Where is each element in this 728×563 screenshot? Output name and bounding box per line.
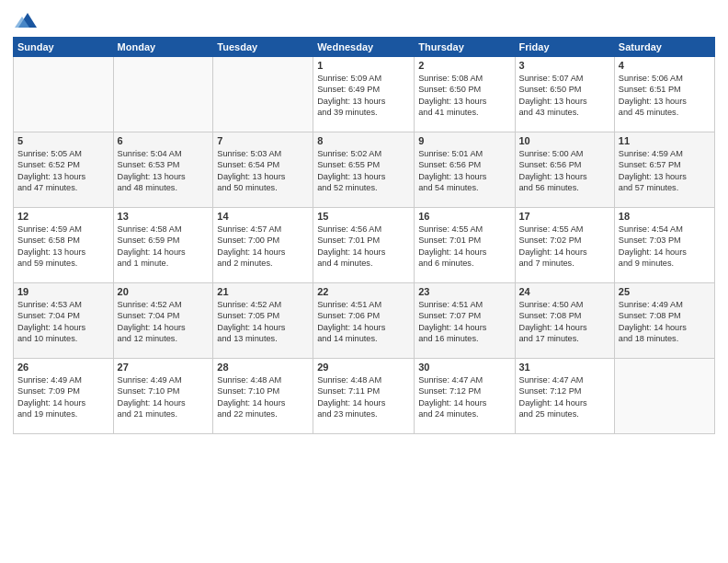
day-info: Sunrise: 4:50 AM Sunset: 7:08 PM Dayligh… [519,299,610,345]
day-number: 28 [217,362,309,373]
day-cell-3: 3Sunrise: 5:07 AM Sunset: 6:50 PM Daylig… [515,57,614,132]
day-number: 23 [418,286,510,297]
day-cell-1: 1Sunrise: 5:09 AM Sunset: 6:49 PM Daylig… [313,57,415,132]
day-number: 18 [619,211,711,222]
day-number: 14 [217,211,309,222]
logo [13,9,37,31]
day-cell-11: 11Sunrise: 4:59 AM Sunset: 6:57 PM Dayli… [614,132,714,208]
day-cell-6: 6Sunrise: 5:04 AM Sunset: 6:53 PM Daylig… [113,132,213,208]
day-cell-8: 8Sunrise: 5:02 AM Sunset: 6:55 PM Daylig… [313,132,415,208]
day-info: Sunrise: 4:52 AM Sunset: 7:04 PM Dayligh… [118,299,210,345]
day-info: Sunrise: 5:06 AM Sunset: 6:51 PM Dayligh… [619,73,711,119]
day-number: 3 [519,60,610,71]
day-cell-19: 19Sunrise: 4:53 AM Sunset: 7:04 PM Dayli… [14,283,114,359]
day-info: Sunrise: 5:05 AM Sunset: 6:52 PM Dayligh… [17,148,109,194]
day-header-friday: Friday [515,38,614,57]
day-number: 1 [317,60,410,71]
day-cell-13: 13Sunrise: 4:58 AM Sunset: 6:59 PM Dayli… [113,208,213,283]
day-info: Sunrise: 4:49 AM Sunset: 7:08 PM Dayligh… [619,299,711,345]
day-cell-28: 28Sunrise: 4:48 AM Sunset: 7:10 PM Dayli… [213,359,313,434]
day-number: 16 [418,211,510,222]
day-cell-15: 15Sunrise: 4:56 AM Sunset: 7:01 PM Dayli… [313,208,415,283]
day-cell-4: 4Sunrise: 5:06 AM Sunset: 6:51 PM Daylig… [614,57,714,132]
day-number: 10 [519,135,610,146]
day-number: 31 [519,362,610,373]
day-cell-30: 30Sunrise: 4:47 AM Sunset: 7:12 PM Dayli… [415,359,515,434]
day-header-monday: Monday [113,38,213,57]
day-number: 12 [17,211,109,222]
day-header-tuesday: Tuesday [213,38,313,57]
logo-icon [15,9,37,31]
day-info: Sunrise: 5:08 AM Sunset: 6:50 PM Dayligh… [418,73,510,119]
day-info: Sunrise: 4:52 AM Sunset: 7:05 PM Dayligh… [217,299,309,345]
week-row-1: 1Sunrise: 5:09 AM Sunset: 6:49 PM Daylig… [14,57,715,132]
page: SundayMondayTuesdayWednesdayThursdayFrid… [0,0,728,563]
day-number: 17 [519,211,610,222]
day-cell-25: 25Sunrise: 4:49 AM Sunset: 7:08 PM Dayli… [614,283,714,359]
day-cell-9: 9Sunrise: 5:01 AM Sunset: 6:56 PM Daylig… [415,132,515,208]
day-cell-31: 31Sunrise: 4:47 AM Sunset: 7:12 PM Dayli… [515,359,614,434]
empty-cell [213,57,313,132]
day-cell-23: 23Sunrise: 4:51 AM Sunset: 7:07 PM Dayli… [415,283,515,359]
day-cell-21: 21Sunrise: 4:52 AM Sunset: 7:05 PM Dayli… [213,283,313,359]
day-info: Sunrise: 4:56 AM Sunset: 7:01 PM Dayligh… [317,224,410,270]
day-cell-7: 7Sunrise: 5:03 AM Sunset: 6:54 PM Daylig… [213,132,313,208]
day-header-sunday: Sunday [14,38,114,57]
day-cell-14: 14Sunrise: 4:57 AM Sunset: 7:00 PM Dayli… [213,208,313,283]
day-number: 6 [118,135,210,146]
day-number: 22 [317,286,410,297]
day-number: 5 [17,135,109,146]
day-info: Sunrise: 4:57 AM Sunset: 7:00 PM Dayligh… [217,224,309,270]
day-number: 19 [17,286,109,297]
week-row-4: 19Sunrise: 4:53 AM Sunset: 7:04 PM Dayli… [14,283,715,359]
day-number: 24 [519,286,610,297]
day-info: Sunrise: 4:51 AM Sunset: 7:06 PM Dayligh… [317,299,410,345]
week-row-2: 5Sunrise: 5:05 AM Sunset: 6:52 PM Daylig… [14,132,715,208]
day-info: Sunrise: 5:02 AM Sunset: 6:55 PM Dayligh… [317,148,410,194]
day-number: 2 [418,60,510,71]
day-number: 7 [217,135,309,146]
day-cell-20: 20Sunrise: 4:52 AM Sunset: 7:04 PM Dayli… [113,283,213,359]
day-number: 27 [118,362,210,373]
day-info: Sunrise: 5:01 AM Sunset: 6:56 PM Dayligh… [418,148,510,194]
day-info: Sunrise: 4:55 AM Sunset: 7:01 PM Dayligh… [418,224,510,270]
day-info: Sunrise: 4:59 AM Sunset: 6:58 PM Dayligh… [17,224,109,270]
day-cell-16: 16Sunrise: 4:55 AM Sunset: 7:01 PM Dayli… [415,208,515,283]
empty-cell [113,57,213,132]
day-cell-2: 2Sunrise: 5:08 AM Sunset: 6:50 PM Daylig… [415,57,515,132]
day-cell-10: 10Sunrise: 5:00 AM Sunset: 6:56 PM Dayli… [515,132,614,208]
day-info: Sunrise: 4:58 AM Sunset: 6:59 PM Dayligh… [118,224,210,270]
day-header-thursday: Thursday [415,38,515,57]
header-row: SundayMondayTuesdayWednesdayThursdayFrid… [14,38,715,57]
day-number: 25 [619,286,711,297]
day-info: Sunrise: 5:04 AM Sunset: 6:53 PM Dayligh… [118,148,210,194]
day-info: Sunrise: 5:03 AM Sunset: 6:54 PM Dayligh… [217,148,309,194]
day-cell-12: 12Sunrise: 4:59 AM Sunset: 6:58 PM Dayli… [14,208,114,283]
header [13,9,715,31]
day-cell-22: 22Sunrise: 4:51 AM Sunset: 7:06 PM Dayli… [313,283,415,359]
day-cell-26: 26Sunrise: 4:49 AM Sunset: 7:09 PM Dayli… [14,359,114,434]
day-info: Sunrise: 4:55 AM Sunset: 7:02 PM Dayligh… [519,224,610,270]
empty-cell [614,359,714,434]
day-header-wednesday: Wednesday [313,38,415,57]
day-number: 8 [317,135,410,146]
day-number: 29 [317,362,410,373]
day-cell-5: 5Sunrise: 5:05 AM Sunset: 6:52 PM Daylig… [14,132,114,208]
day-info: Sunrise: 4:51 AM Sunset: 7:07 PM Dayligh… [418,299,510,345]
day-number: 9 [418,135,510,146]
day-number: 20 [118,286,210,297]
day-header-saturday: Saturday [614,38,714,57]
day-info: Sunrise: 4:54 AM Sunset: 7:03 PM Dayligh… [619,224,711,270]
day-info: Sunrise: 4:49 AM Sunset: 7:10 PM Dayligh… [118,374,210,420]
day-info: Sunrise: 5:09 AM Sunset: 6:49 PM Dayligh… [317,73,410,119]
day-info: Sunrise: 4:59 AM Sunset: 6:57 PM Dayligh… [619,148,711,194]
day-info: Sunrise: 4:47 AM Sunset: 7:12 PM Dayligh… [418,374,510,420]
day-info: Sunrise: 4:53 AM Sunset: 7:04 PM Dayligh… [17,299,109,345]
day-info: Sunrise: 4:47 AM Sunset: 7:12 PM Dayligh… [519,374,610,420]
day-info: Sunrise: 4:48 AM Sunset: 7:10 PM Dayligh… [217,374,309,420]
day-cell-18: 18Sunrise: 4:54 AM Sunset: 7:03 PM Dayli… [614,208,714,283]
day-number: 11 [619,135,711,146]
day-number: 30 [418,362,510,373]
day-info: Sunrise: 5:00 AM Sunset: 6:56 PM Dayligh… [519,148,610,194]
day-number: 15 [317,211,410,222]
